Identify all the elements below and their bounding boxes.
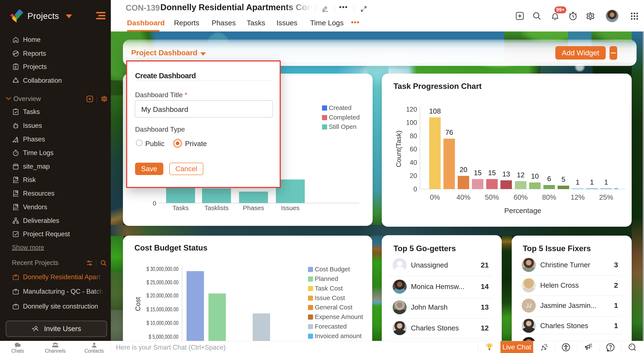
svg-text:76: 76: [445, 128, 453, 136]
svg-text:20: 20: [410, 172, 417, 180]
svg-text:$ 25,000,000.00: $ 25,000,000.00: [146, 279, 178, 286]
svg-text:Created: Created: [329, 104, 352, 111]
svg-text:13: 13: [502, 170, 510, 178]
svg-text:Forecasted: Forecasted: [315, 323, 347, 330]
svg-text:Cost Budget Status: Cost Budget Status: [134, 244, 207, 252]
svg-text:Count(Task): Count(Task): [395, 130, 402, 167]
svg-text:12%: 12%: [570, 193, 585, 201]
svg-text:60%: 60%: [514, 193, 528, 201]
svg-text:100: 100: [406, 119, 417, 126]
svg-text:20: 20: [460, 166, 468, 174]
svg-text:Task Cost: Task Cost: [315, 285, 343, 292]
svg-text:Percentage: Percentage: [504, 206, 541, 214]
svg-text:5: 5: [562, 176, 565, 183]
svg-text:Completed: Completed: [329, 114, 360, 121]
svg-text:1: 1: [590, 178, 594, 186]
svg-text:40%: 40%: [456, 193, 470, 201]
svg-text:Planned: Planned: [315, 275, 338, 282]
svg-text:10: 10: [531, 172, 539, 180]
svg-text:80: 80: [410, 132, 417, 140]
svg-text:Issue Cost: Issue Cost: [315, 294, 345, 301]
svg-text:$ 10,000,000.00: $ 10,000,000.00: [146, 320, 178, 326]
svg-text:15: 15: [474, 169, 482, 177]
svg-text:$ 15,000,000.00: $ 15,000,000.00: [146, 306, 178, 312]
svg-text:12: 12: [517, 171, 525, 179]
svg-text:$ 30,000,000.00: $ 30,000,000.00: [146, 266, 178, 272]
svg-text:0: 0: [153, 200, 156, 207]
svg-text:Tasks: Tasks: [172, 204, 189, 211]
svg-text:Cost: Cost: [134, 297, 142, 311]
svg-text:Tasklists: Tasklists: [204, 204, 228, 211]
svg-text:Task Progression Chart: Task Progression Chart: [394, 82, 482, 90]
svg-text:1: 1: [576, 178, 580, 186]
svg-text:15: 15: [488, 169, 496, 177]
svg-text:Phases: Phases: [243, 204, 264, 211]
svg-text:80%: 80%: [542, 193, 556, 201]
svg-text:0%: 0%: [430, 193, 440, 201]
svg-text:60: 60: [410, 146, 417, 153]
svg-text:108: 108: [429, 107, 441, 115]
svg-text:1: 1: [604, 178, 608, 186]
svg-text:Cost Budget: Cost Budget: [315, 266, 350, 272]
svg-text:Expense Amount: Expense Amount: [315, 313, 363, 320]
svg-text:Issues: Issues: [281, 204, 300, 211]
svg-text:$ 5,000,000.00: $ 5,000,000.00: [149, 334, 178, 340]
svg-text:50%: 50%: [485, 193, 499, 201]
svg-text:120: 120: [406, 106, 417, 113]
svg-text:$ 20,000,000.00: $ 20,000,000.00: [146, 292, 178, 299]
svg-text:40: 40: [410, 159, 417, 166]
svg-text:Still Open: Still Open: [329, 123, 356, 130]
svg-text:6: 6: [547, 175, 551, 183]
svg-text:General Cost: General Cost: [315, 304, 352, 311]
svg-text:25%: 25%: [599, 193, 613, 201]
svg-text:0: 0: [414, 186, 417, 193]
svg-text:Invoiced amount: Invoiced amount: [315, 332, 362, 340]
